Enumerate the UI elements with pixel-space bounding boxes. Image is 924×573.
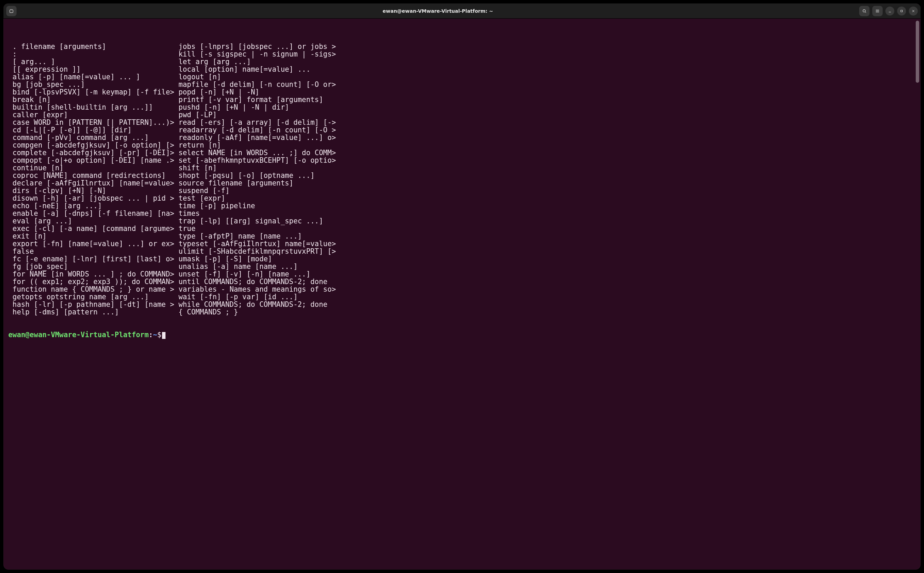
terminal-window: ewan@ewan-VMware-Virtual-Platform: ~ . f… <box>3 3 921 570</box>
window-title: ewan@ewan-VMware-Virtual-Platform: ~ <box>19 8 857 14</box>
minimize-icon <box>888 9 892 13</box>
scrollbar-thumb[interactable] <box>916 21 919 83</box>
new-tab-button[interactable] <box>6 6 17 16</box>
prompt-colon: : <box>149 330 153 339</box>
maximize-button[interactable] <box>897 6 906 16</box>
prompt-line[interactable]: ewan@ewan-VMware-Virtual-Platform:~$ <box>8 331 918 339</box>
prompt-user-host: ewan@ewan-VMware-Virtual-Platform <box>8 330 149 339</box>
maximize-icon <box>899 9 904 13</box>
close-button[interactable] <box>909 6 918 16</box>
terminal-body[interactable]: . filename [arguments] : [ arg... ] [[ e… <box>3 19 921 570</box>
prompt-path: ~ <box>153 330 157 339</box>
search-icon <box>862 9 867 13</box>
menu-button[interactable] <box>872 6 883 16</box>
cursor <box>162 332 166 339</box>
help-col-2: jobs [-lnprs] [jobspec ...] or jobs > ki… <box>179 43 349 316</box>
svg-rect-2 <box>901 10 903 12</box>
svg-rect-0 <box>9 9 13 13</box>
new-tab-icon <box>9 9 14 13</box>
minimize-button[interactable] <box>885 6 894 16</box>
close-icon <box>911 9 915 13</box>
prompt-dollar: $ <box>157 330 161 339</box>
help-col-1: . filename [arguments] : [ arg... ] [[ e… <box>8 43 179 316</box>
search-button[interactable] <box>859 6 869 16</box>
hamburger-icon <box>875 9 880 13</box>
svg-point-1 <box>863 9 865 12</box>
help-output: . filename [arguments] : [ arg... ] [[ e… <box>8 43 918 316</box>
titlebar: ewan@ewan-VMware-Virtual-Platform: ~ <box>3 3 921 19</box>
